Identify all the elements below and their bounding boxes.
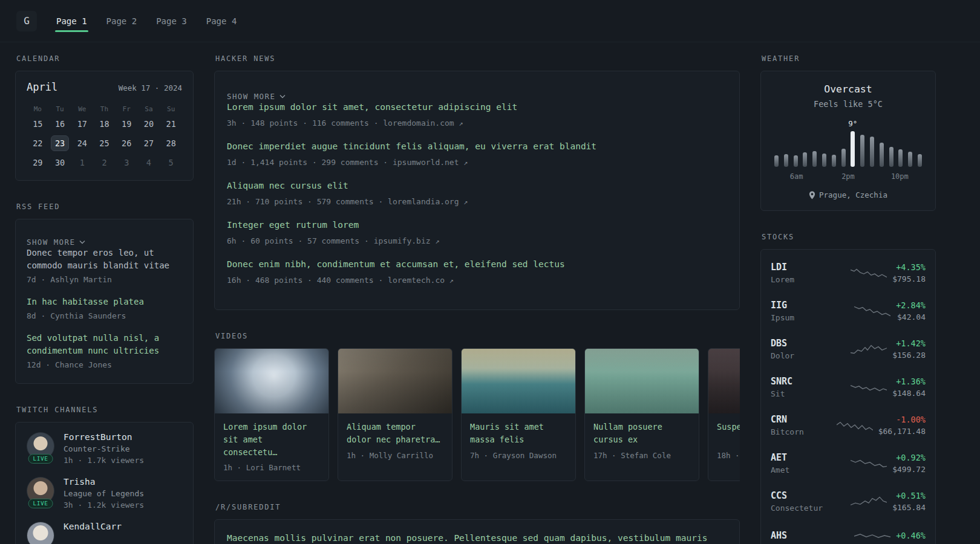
page-tab[interactable]: Page 1 (55, 13, 88, 30)
hn-item-domain[interactable]: loremlandia.org ↗ (388, 197, 468, 206)
hn-item-title[interactable]: Aliquam nec cursus elit (227, 180, 727, 193)
video-title[interactable]: Aliquam tempor dolor nec pharetra… (347, 421, 443, 446)
channel-info: KendallCarr (64, 522, 122, 544)
live-badge: LIVE (28, 499, 53, 508)
subreddit-section-title: /R/SUBREDDIT (215, 503, 739, 511)
stock-row[interactable]: DBS Dolor +1.42% $156.28 (771, 330, 926, 368)
weather-time-label: 2pm (822, 172, 874, 181)
rss-item-title[interactable]: Donec tempor eros leo, ut commodo mauris… (27, 247, 182, 272)
right-column: WEATHER Overcast Feels like 5°C (760, 54, 936, 544)
weather-bar (889, 147, 893, 167)
video-card[interactable]: Mauris sit amet massa felis 7h · Grayson… (461, 348, 576, 482)
stock-values: +0.51% $165.84 (892, 491, 926, 512)
calendar-day: 25 (95, 135, 113, 151)
hn-item-title[interactable]: Donec enim nibh, condimentum et accumsan… (227, 258, 727, 271)
hn-item-stats: 16h · 468 points · 440 comments · (227, 276, 388, 285)
video-title[interactable]: Nullam posuere cursus ex (593, 421, 690, 446)
video-thumbnail[interactable] (585, 349, 699, 413)
channel-name: Trisha (64, 477, 144, 487)
rss-item-title[interactable]: Sed volutpat nulla nisl, a condimentum n… (27, 332, 182, 357)
stock-values: +1.36% $148.64 (892, 377, 926, 398)
twitch-channel[interactable]: LIVE ForrestBurton Counter-Strike 1h · 1… (27, 432, 182, 465)
weather-time-label: 6am (771, 172, 822, 181)
chevron-down-icon (279, 94, 286, 99)
twitch-channel[interactable]: LIVE Trisha League of Legends 3h · 1.2k … (27, 477, 182, 510)
stock-values: +0.46% (896, 531, 926, 540)
rss-widget: RSS FEED SHOW MORE Donec tempor eros leo… (15, 202, 194, 384)
stock-row[interactable]: IIG Ipsum +2.84% $42.04 (771, 292, 926, 330)
page-tab[interactable]: Page 4 (205, 13, 238, 30)
stock-row[interactable]: CCS Consectetur +0.51% $165.84 (771, 482, 926, 520)
calendar-days-grid: 15 16 17 18 19 20 21 22 (27, 116, 182, 170)
stock-change: +0.46% (896, 531, 926, 540)
video-card[interactable]: Aliquam tempor dolor nec pharetra… 1h · … (338, 348, 452, 482)
hacker-news-card: SHOW MORE Lorem ipsum dolor sit amet, co… (214, 71, 740, 310)
channel-viewers: 1h · 1.7k viewers (64, 456, 144, 465)
hn-show-more-button[interactable]: SHOW MORE (227, 92, 286, 101)
hn-item-title[interactable]: Donec imperdiet augue tincidunt felis al… (227, 140, 727, 154)
hn-item-domain[interactable]: loremtech.co ↗ (388, 276, 454, 285)
page-tab[interactable]: Page 3 (155, 13, 188, 30)
dashboard-grid: CALENDAR April Week 17 · 2024 Mo Tu We T… (0, 42, 980, 544)
stock-sparkline (851, 456, 887, 471)
weather-temp-label: 9° (848, 119, 857, 128)
video-title[interactable]: Lorem ipsum dolor sit amet consectetu… (223, 421, 320, 459)
weather-section-title: WEATHER (762, 54, 935, 63)
rss-show-more-button[interactable]: SHOW MORE (27, 238, 85, 247)
weather-bar (822, 154, 826, 167)
video-thumbnail[interactable] (338, 349, 452, 413)
stock-symbol: CCS (771, 490, 845, 501)
stock-symbol: AET (771, 452, 845, 463)
calendar-day: 20 (140, 116, 158, 132)
hn-item: Integer eget rutrum lorem 6h · 60 points… (227, 219, 727, 247)
stock-symbol: SNRC (771, 376, 845, 387)
hn-item-domain[interactable]: loremdomain.com ↗ (383, 118, 463, 128)
calendar-day: 2 (95, 155, 113, 170)
stock-row[interactable]: LDI Lorem +4.35% $795.18 (771, 254, 926, 292)
calendar-section-title: CALENDAR (16, 54, 192, 63)
hn-domain-label: loremtech.co (388, 276, 445, 285)
twitch-channel[interactable]: KendallCarr (27, 522, 182, 544)
calendar-day: 22 (28, 135, 47, 151)
external-link-icon: ↗ (459, 119, 463, 128)
hn-item-domain[interactable]: ipsumworld.net ↗ (393, 158, 468, 167)
stock-price: $148.64 (892, 389, 926, 398)
video-thumbnail[interactable] (215, 349, 328, 413)
stock-values: +0.92% $499.72 (892, 453, 926, 474)
stock-row[interactable]: AET Amet +0.92% $499.72 (771, 444, 926, 482)
channel-info: ForrestBurton Counter-Strike 1h · 1.7k v… (64, 432, 144, 465)
hn-item-title[interactable]: Integer eget rutrum lorem (227, 219, 727, 232)
subreddit-post-title[interactable]: Maecenas mollis pulvinar erat non posuer… (227, 532, 727, 544)
app-logo[interactable]: G (16, 11, 37, 31)
video-title[interactable]: Mauris sit amet massa felis (470, 421, 567, 446)
video-card[interactable]: Lorem ipsum dolor sit amet consectetu… 1… (214, 348, 329, 482)
weather-condition: Overcast (771, 83, 926, 95)
video-title[interactable]: Suspendisse diam (717, 421, 740, 446)
video-card[interactable]: Nullam posuere cursus ex 17h · Stefan Co… (584, 348, 699, 482)
stock-identity: DBS Dolor (771, 338, 845, 360)
page-tab[interactable]: Page 2 (105, 13, 139, 30)
stock-row[interactable]: CRN Bitcorn -1.00% $66,171.48 (771, 406, 926, 444)
hn-item-stats: 3h · 148 points · 116 comments · (227, 118, 383, 128)
stock-sparkline (851, 380, 887, 395)
stock-row[interactable]: SNRC Sit +1.36% $148.64 (771, 368, 926, 406)
subreddit-post: Maecenas mollis pulvinar erat non posuer… (227, 532, 727, 544)
video-info: Nullam posuere cursus ex 17h · Stefan Co… (585, 413, 699, 468)
video-thumbnail[interactable] (462, 349, 575, 413)
stock-row[interactable]: AHS +0.46% (771, 520, 926, 544)
stock-identity: LDI Lorem (771, 262, 845, 284)
rss-item-title[interactable]: In hac habitasse platea (27, 296, 182, 308)
stock-identity: AET Amet (771, 452, 845, 474)
stock-change: +1.42% (892, 338, 926, 348)
video-meta: 1h · Molly Carrillo (347, 451, 443, 460)
hn-item-title[interactable]: Lorem ipsum dolor sit amet, consectetur … (227, 101, 727, 114)
twitch-widget: TWITCH CHANNELS LIVE ForrestBurton Count… (15, 406, 194, 544)
calendar-day: 27 (140, 135, 158, 151)
calendar-day-header: Mo (27, 103, 49, 116)
hn-item-domain[interactable]: ipsumify.biz ↗ (374, 236, 440, 245)
weather-bar (908, 152, 912, 167)
video-thumbnail[interactable] (708, 349, 740, 413)
video-card[interactable]: Suspendisse diam 18h · Tara (708, 348, 740, 482)
weather-bar (898, 149, 903, 167)
calendar-day: 16 (51, 116, 69, 132)
